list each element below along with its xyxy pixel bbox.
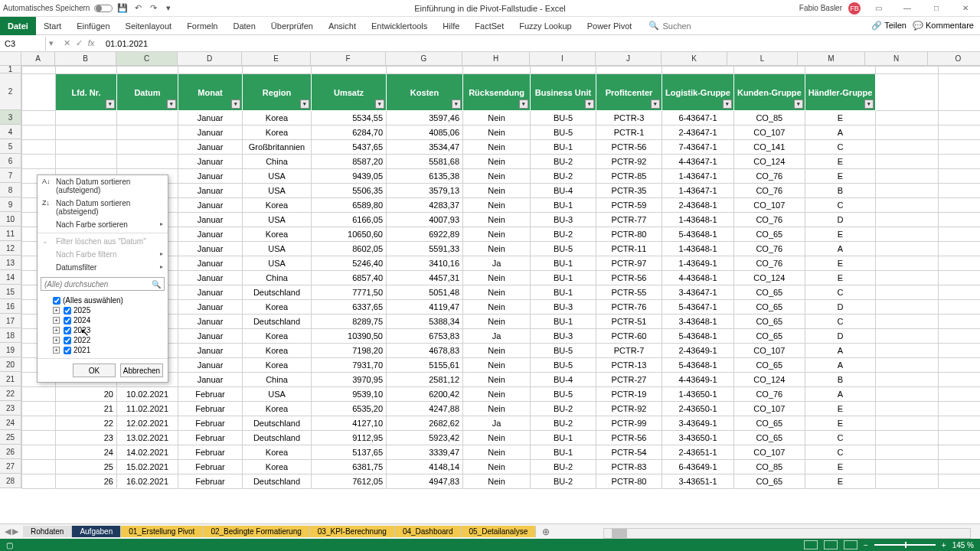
page-layout-view-icon[interactable] xyxy=(824,540,838,549)
cell[interactable]: CO_76 xyxy=(733,213,805,227)
cell[interactable]: BU-1 xyxy=(531,445,596,460)
ribbon-tab-datei[interactable]: Datei xyxy=(0,17,36,35)
cell[interactable]: BU-5 xyxy=(531,126,596,140)
cell[interactable]: 3534,47 xyxy=(387,140,463,155)
cell[interactable]: E xyxy=(805,169,876,184)
cell[interactable] xyxy=(939,445,980,460)
cell[interactable]: 14.02.2021 xyxy=(117,445,178,460)
cell[interactable]: BU-2 xyxy=(531,402,596,416)
cell[interactable]: D xyxy=(805,213,876,227)
cell[interactable]: E xyxy=(805,460,876,474)
cell[interactable] xyxy=(939,402,980,416)
cell[interactable]: Deutschland xyxy=(243,285,312,300)
comments-button[interactable]: 💬 Kommentare xyxy=(913,21,974,31)
cell[interactable] xyxy=(939,285,980,300)
cell[interactable]: 4-43648-1 xyxy=(662,271,734,285)
cell[interactable] xyxy=(876,126,939,140)
expand-icon[interactable]: + xyxy=(53,307,60,314)
cell[interactable] xyxy=(117,126,178,140)
cell[interactable]: 6857,40 xyxy=(312,271,387,285)
cell[interactable]: CO_107 xyxy=(733,402,805,416)
cell[interactable]: Nein xyxy=(463,271,531,285)
cell[interactable]: Nein xyxy=(463,387,531,402)
tell-me-search[interactable]: 🔍 Suchen xyxy=(648,21,691,31)
row-header[interactable]: 15 xyxy=(0,285,21,299)
sort-descending[interactable]: Z↓Nach Datum sortieren (absteigend) xyxy=(38,197,168,218)
cell[interactable]: Nein xyxy=(463,111,531,126)
column-header[interactable]: K xyxy=(662,52,727,66)
ribbon-tab-power pivot[interactable]: Power Pivot xyxy=(580,17,640,35)
cell[interactable]: 4283,37 xyxy=(387,198,463,213)
cell[interactable] xyxy=(876,213,939,227)
cell[interactable] xyxy=(939,416,980,431)
cell[interactable] xyxy=(22,431,56,445)
cell[interactable]: E xyxy=(805,227,876,242)
filter-year-item[interactable]: +2025 xyxy=(53,305,162,315)
cell[interactable]: Nein xyxy=(463,402,531,416)
cell[interactable] xyxy=(876,184,939,198)
cell[interactable]: 2-43649-1 xyxy=(662,344,734,358)
normal-view-icon[interactable] xyxy=(804,540,818,549)
cell[interactable]: C xyxy=(805,140,876,155)
cell[interactable]: Nein xyxy=(463,198,531,213)
cell[interactable]: Ja xyxy=(463,329,531,344)
cell[interactable] xyxy=(939,256,980,271)
cell[interactable]: C xyxy=(805,445,876,460)
cell[interactable] xyxy=(22,111,56,126)
table-header[interactable]: Kosten▾ xyxy=(387,74,463,111)
cell[interactable]: CO_65 xyxy=(733,416,805,431)
row-header[interactable]: 10 xyxy=(0,212,21,227)
cell[interactable]: PCTR-56 xyxy=(596,140,662,155)
cell[interactable]: Januar xyxy=(178,126,243,140)
cell[interactable]: 11.02.2021 xyxy=(117,402,178,416)
row-header[interactable]: 7 xyxy=(0,168,21,183)
cell[interactable]: A xyxy=(805,387,876,402)
cell[interactable] xyxy=(876,344,939,358)
cell[interactable]: 5137,65 xyxy=(312,445,387,460)
expand-icon[interactable]: + xyxy=(53,317,60,324)
cell[interactable]: 21 xyxy=(56,402,117,416)
cell[interactable]: C xyxy=(805,431,876,445)
filter-dropdown-icon[interactable]: ▾ xyxy=(106,99,115,109)
cell[interactable]: A xyxy=(805,358,876,373)
cell[interactable]: 2-43647-1 xyxy=(662,126,734,140)
cell[interactable] xyxy=(939,140,980,155)
cell[interactable]: BU-4 xyxy=(531,184,596,198)
cell[interactable]: 8289,75 xyxy=(312,315,387,329)
column-header[interactable]: B xyxy=(55,52,116,66)
cell[interactable]: Deutschland xyxy=(243,474,312,489)
cell[interactable]: PCTR-55 xyxy=(596,285,662,300)
row-header[interactable]: 22 xyxy=(0,386,21,401)
cell[interactable]: Ja xyxy=(463,416,531,431)
cell[interactable]: 4247,88 xyxy=(387,402,463,416)
cell[interactable] xyxy=(22,402,56,416)
row-header[interactable]: 21 xyxy=(0,372,21,386)
cell[interactable]: Januar xyxy=(178,271,243,285)
sheet-nav-prev-icon[interactable]: ◀ xyxy=(5,527,11,536)
cell[interactable]: 4457,31 xyxy=(387,271,463,285)
cell[interactable] xyxy=(939,227,980,242)
page-break-view-icon[interactable] xyxy=(844,540,858,549)
save-icon[interactable]: 💾 xyxy=(117,3,128,14)
cell[interactable] xyxy=(939,213,980,227)
ribbon-tab-einfügen[interactable]: Einfügen xyxy=(69,17,117,35)
zoom-in-button[interactable]: + xyxy=(942,541,946,549)
row-header[interactable]: 16 xyxy=(0,299,21,314)
cell[interactable]: BU-2 xyxy=(531,474,596,489)
ribbon-tab-hilfe[interactable]: Hilfe xyxy=(435,17,467,35)
row-header[interactable]: 6 xyxy=(0,154,21,168)
cell[interactable]: E xyxy=(805,416,876,431)
cell[interactable]: 1-43648-1 xyxy=(662,213,734,227)
cell[interactable] xyxy=(876,300,939,315)
row-header[interactable]: 13 xyxy=(0,256,21,270)
cell[interactable]: USA xyxy=(243,184,312,198)
cell[interactable]: Februar xyxy=(178,460,243,474)
cell[interactable] xyxy=(876,387,939,402)
cell[interactable]: Januar xyxy=(178,242,243,256)
cell[interactable]: Nein xyxy=(463,285,531,300)
cell[interactable] xyxy=(56,155,117,169)
ribbon-tab-formeln[interactable]: Formeln xyxy=(179,17,225,35)
cell[interactable] xyxy=(22,155,56,169)
cell[interactable]: 3970,95 xyxy=(312,373,387,387)
year-checkbox[interactable] xyxy=(64,337,71,344)
